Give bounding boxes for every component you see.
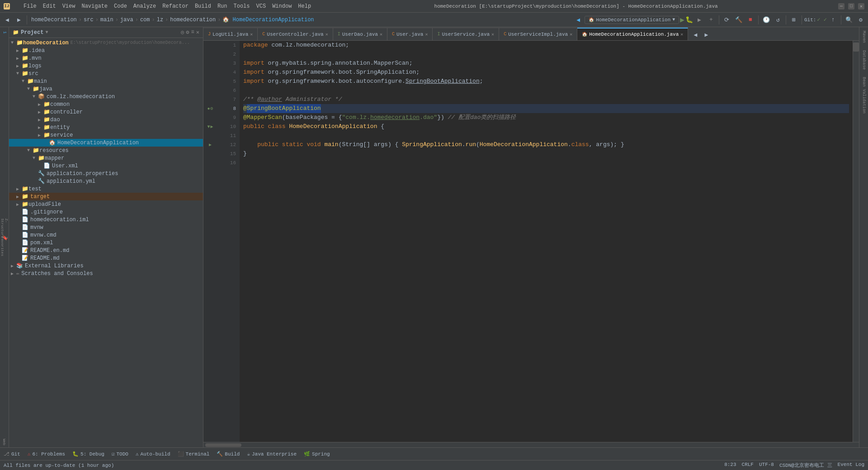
tree-item-package[interactable]: ▼ 📦 com.lz.homedecoration <box>9 93 203 100</box>
breadcrumb-lz[interactable]: lz <box>157 17 163 23</box>
git-push-icon[interactable]: ↑ <box>828 14 839 25</box>
breadcrumb-src[interactable]: src <box>84 17 94 23</box>
expand-10[interactable]: ▼ <box>207 124 210 129</box>
todo-btn[interactable]: ☑ TODO <box>112 451 128 457</box>
tab-usercontroller[interactable]: C UserController.java ✕ <box>258 28 333 40</box>
usercontroller-close[interactable]: ✕ <box>326 32 328 37</box>
tab-scroll-right[interactable]: ▶ <box>701 29 712 40</box>
favorites-icon[interactable]: 2-Favorites <box>1 243 8 250</box>
update-button[interactable]: ⟳ <box>722 14 732 25</box>
hscroll-thumb[interactable] <box>205 443 241 447</box>
menu-code[interactable]: Code <box>111 2 130 10</box>
userservice-close[interactable]: ✕ <box>491 32 494 37</box>
search-button[interactable]: 🔍 <box>844 14 854 25</box>
tree-item-target[interactable]: ▶ 📁 target <box>9 193 203 200</box>
tree-item-main-class[interactable]: ▶ 🏠 HomeDecorationApplication <box>9 139 203 147</box>
homeapp-close[interactable]: ✕ <box>680 32 683 37</box>
tree-item-mapper[interactable]: ▼ 📁 mapper <box>9 154 203 162</box>
build-project-button[interactable]: 🔨 <box>733 14 744 25</box>
logutil-close[interactable]: ✕ <box>250 32 253 37</box>
locate-icon[interactable]: ◎ <box>181 29 184 36</box>
gutter-link-8[interactable]: ⚙ <box>210 106 213 111</box>
tree-item-iml[interactable]: ▶ 📄 homedecoration.iml <box>9 216 203 223</box>
breadcrumb-com[interactable]: com <box>140 17 150 23</box>
forward-button[interactable]: ▶ <box>14 14 24 25</box>
tree-item-readme[interactable]: ▶ 📝 README.md <box>9 254 203 262</box>
project-sidebar-icon[interactable]: 1 <box>1 29 8 36</box>
menu-analyze[interactable]: Analyze <box>131 2 159 10</box>
tab-user[interactable]: C User.java ✕ <box>387 28 433 40</box>
terminal-btn[interactable]: ⬛ Terminal <box>178 451 210 457</box>
tree-item-app-yml[interactable]: ▶ 🔧 application.yml <box>9 177 203 185</box>
tree-item-mvnw-cmd[interactable]: ▶ 📄 mvnw.cmd <box>9 231 203 239</box>
tree-item-user-xml[interactable]: ▶ 📄 User.xml <box>9 162 203 170</box>
maximize-button[interactable]: □ <box>848 3 854 9</box>
add-config-button[interactable]: + <box>706 14 717 25</box>
tree-item-scratches[interactable]: ▶ ✏ Scratches and Consoles <box>9 270 203 277</box>
tree-item-readme-en[interactable]: ▶ 📝 README.en.md <box>9 247 203 254</box>
run-marker-8[interactable]: ● <box>207 106 210 111</box>
tree-item-idea[interactable]: ▶ 📁 .idea <box>9 47 203 54</box>
build-btn[interactable]: 🔨 Build <box>217 451 240 457</box>
tree-item-entity[interactable]: ▶ 📁 entity <box>9 123 203 131</box>
debug-btn[interactable]: 🐛 5: Debug <box>72 451 104 457</box>
git-panel-btn[interactable]: ⎇ Git <box>4 451 20 457</box>
expand-12[interactable]: ▶ <box>209 142 212 147</box>
tree-item-root[interactable]: ▼ 📁 homeDecoration E:\startupProject\myp… <box>9 39 203 47</box>
maven-icon[interactable]: Maven <box>862 29 866 45</box>
run-coverage-button[interactable]: ▶ <box>694 14 705 25</box>
menu-window[interactable]: Window <box>269 2 294 10</box>
panel-settings-icon[interactable]: ⚙ <box>186 29 189 36</box>
status-encoding[interactable]: UTF-8 <box>759 462 774 469</box>
run-10[interactable]: ▶ <box>210 124 213 129</box>
tab-userservice[interactable]: I UserService.java ✕ <box>433 28 499 40</box>
tree-item-app-props[interactable]: ▶ 🔧 application.properties <box>9 170 203 177</box>
menu-edit[interactable]: Edit <box>40 2 59 10</box>
minimize-button[interactable]: — <box>838 3 844 9</box>
tree-item-service[interactable]: ▶ 📁 service <box>9 131 203 139</box>
tree-item-logs[interactable]: ▶ 📁 logs <box>9 62 203 70</box>
tree-item-test[interactable]: ▶ 📁 test <box>9 185 203 193</box>
jee-btn[interactable]: ☕ Java Enterprise <box>247 451 297 457</box>
menu-navigate[interactable]: Navigate <box>79 2 110 10</box>
tree-item-common[interactable]: ▶ 📁 common <box>9 100 203 108</box>
navigate-back-icon[interactable]: ◀ <box>573 14 584 25</box>
tree-item-controller[interactable]: ▶ 📁 controller <box>9 108 203 116</box>
tab-logutil[interactable]: J LogUtil.java ✕ <box>203 28 258 40</box>
menu-file[interactable]: File <box>21 2 39 10</box>
tree-item-src[interactable]: ▼ 📁 src <box>9 70 203 77</box>
breadcrumb-homedecoration2[interactable]: homedecoration <box>170 17 216 23</box>
tree-item-main[interactable]: ▼ 📁 main <box>9 77 203 85</box>
menu-run[interactable]: Run <box>215 2 230 10</box>
breadcrumb-homedecoration[interactable]: homeDecoration <box>31 17 77 23</box>
run-button[interactable]: ▶ <box>680 15 684 24</box>
bean-validation-icon[interactable]: Bean Validation <box>862 75 866 115</box>
menu-build[interactable]: Build <box>192 2 214 10</box>
database-icon[interactable]: Database <box>862 48 866 71</box>
tools-button[interactable]: ⊞ <box>788 14 799 25</box>
tab-userserviceimpl[interactable]: C UserServiceImpl.java ✕ <box>499 28 577 40</box>
panel-dropdown[interactable]: ▼ <box>45 30 48 35</box>
menu-help[interactable]: Help <box>295 2 314 10</box>
spring-btn[interactable]: 🌿 Spring <box>304 451 330 457</box>
breadcrumb-java[interactable]: java <box>120 17 133 23</box>
status-line-ending[interactable]: CRLF <box>742 462 754 469</box>
problems-btn[interactable]: ⚠ 6: Problems <box>28 451 65 457</box>
tree-item-mvn[interactable]: ▶ 📁 .mvn <box>9 54 203 62</box>
breadcrumb-class[interactable]: 🏠 HomeDecorationApplication <box>222 16 314 23</box>
menu-view[interactable]: View <box>60 2 78 10</box>
revert-button[interactable]: ↺ <box>773 14 783 25</box>
tree-item-pom[interactable]: ▶ 📄 pom.xml <box>9 239 203 247</box>
debug-button[interactable]: 🐛 <box>685 16 693 24</box>
tree-item-resources[interactable]: ▼ 📁 resources <box>9 147 203 154</box>
stop-button[interactable]: ■ <box>745 14 756 25</box>
status-position[interactable]: 8:23 <box>724 462 736 469</box>
close-button[interactable]: ✕ <box>858 3 864 9</box>
autobuild-btn[interactable]: ⚠ Auto-build <box>136 451 170 457</box>
structure-icon[interactable]: Z-Structure <box>1 225 8 232</box>
tab-userdao[interactable]: I UserDao.java ✕ <box>333 28 387 40</box>
horizontal-scrollbar[interactable] <box>203 442 859 447</box>
breadcrumb-main[interactable]: main <box>100 17 113 23</box>
close-panel-icon[interactable]: ✕ <box>196 29 199 36</box>
menu-vcs[interactable]: VCS <box>254 2 269 10</box>
